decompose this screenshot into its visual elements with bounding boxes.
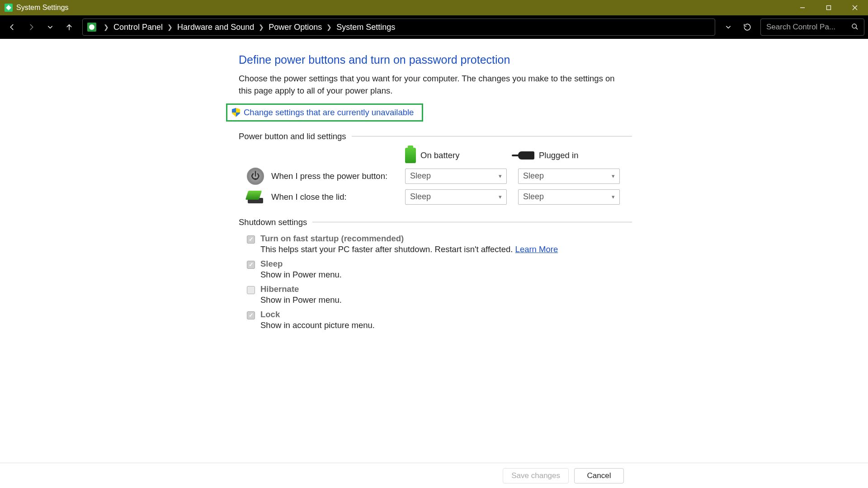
plug-icon	[518, 151, 534, 160]
power-button-on-battery-select[interactable]: Sleep ▾	[405, 169, 507, 184]
footer: Save changes Cancel	[0, 463, 868, 488]
page-description: Choose the power settings that you want …	[239, 73, 625, 97]
checkbox-fast-startup: Turn on fast startup (recommended) This …	[247, 234, 632, 254]
checkbox-title: Sleep	[260, 259, 342, 269]
content-area: Define power buttons and turn on passwor…	[0, 39, 868, 463]
checkbox-subtitle: Show in Power menu.	[260, 270, 342, 280]
column-plugged-in: Plugged in	[518, 150, 578, 160]
select-value: Sleep	[410, 171, 431, 181]
search-icon	[851, 23, 859, 32]
power-button-icon: ⏻	[247, 168, 264, 185]
breadcrumb-item[interactable]: Power Options	[269, 23, 322, 32]
chevron-down-icon: ▾	[612, 173, 615, 179]
section-label: Power button and lid settings	[239, 131, 346, 141]
recent-locations-button[interactable]	[42, 19, 59, 36]
breadcrumb-item[interactable]: System Settings	[336, 23, 395, 32]
row-label-text: When I press the power button:	[271, 171, 387, 181]
app-icon	[5, 4, 13, 12]
checkbox-lock: Lock Show in account picture menu.	[247, 310, 632, 330]
close-button[interactable]	[842, 0, 868, 15]
checkbox[interactable]	[247, 235, 255, 244]
window-title: System Settings	[16, 4, 69, 12]
page-title: Define power buttons and turn on passwor…	[239, 53, 632, 66]
checkbox-subtitle: This helps start your PC faster after sh…	[260, 244, 558, 254]
column-on-battery: On battery	[405, 148, 459, 163]
control-panel-icon	[87, 23, 96, 32]
breadcrumb-item[interactable]: Hardware and Sound	[177, 23, 254, 32]
checkbox-sleep: Sleep Show in Power menu.	[247, 259, 632, 280]
chevron-right-icon: ❯	[167, 23, 173, 31]
minimize-button[interactable]	[789, 0, 816, 15]
checkbox-title: Turn on fast startup (recommended)	[260, 234, 558, 244]
power-button-plugged-in-select[interactable]: Sleep ▾	[518, 169, 620, 184]
checkbox[interactable]	[247, 286, 255, 294]
cancel-button[interactable]: Cancel	[574, 468, 624, 483]
change-unavailable-settings-link[interactable]: Change settings that are currently unava…	[244, 108, 414, 117]
select-value: Sleep	[523, 192, 544, 202]
section-header-power-lid: Power button and lid settings	[239, 131, 632, 141]
up-button[interactable]	[61, 19, 78, 36]
chevron-down-icon: ▾	[612, 193, 615, 200]
breadcrumb-item[interactable]: Control Panel	[113, 23, 163, 32]
divider	[352, 136, 632, 136]
column-label: Plugged in	[539, 150, 578, 160]
divider	[312, 222, 632, 222]
lid-on-battery-select[interactable]: Sleep ▾	[405, 189, 507, 205]
chevron-down-icon: ▾	[499, 193, 502, 200]
section-label: Shutdown settings	[239, 217, 307, 227]
svg-point-5	[852, 24, 856, 28]
row-label-text: When I close the lid:	[271, 192, 347, 202]
address-bar[interactable]: ❯ Control Panel ❯ Hardware and Sound ❯ P…	[82, 19, 715, 36]
section-header-shutdown: Shutdown settings	[239, 217, 632, 227]
checkbox-subtitle: Show in account picture menu.	[260, 320, 375, 330]
checkbox-title: Hibernate	[260, 284, 342, 294]
address-history-button[interactable]	[720, 19, 737, 36]
svg-rect-1	[827, 6, 831, 10]
lid-icon	[247, 191, 264, 203]
chevron-right-icon: ❯	[104, 23, 109, 31]
battery-icon	[405, 148, 416, 163]
uac-link-highlight: Change settings that are currently unava…	[226, 103, 423, 122]
row-power-button: ⏻ When I press the power button:	[247, 168, 405, 185]
chevron-right-icon: ❯	[259, 23, 264, 31]
select-value: Sleep	[523, 171, 544, 181]
checkbox-hibernate: Hibernate Show in Power menu.	[247, 284, 632, 305]
search-placeholder: Search Control Pa...	[766, 23, 835, 32]
checkbox-subtitle: Show in Power menu.	[260, 295, 342, 305]
search-input[interactable]: Search Control Pa...	[760, 19, 864, 36]
column-label: On battery	[420, 150, 459, 160]
chevron-right-icon: ❯	[326, 23, 332, 31]
checkbox-subtext: This helps start your PC faster after sh…	[260, 244, 515, 254]
select-value: Sleep	[410, 192, 431, 202]
chevron-down-icon: ▾	[499, 173, 502, 179]
back-button[interactable]	[4, 19, 21, 36]
save-changes-button[interactable]: Save changes	[503, 468, 569, 483]
forward-button[interactable]	[23, 19, 40, 36]
row-close-lid: When I close the lid:	[247, 191, 405, 203]
maximize-button[interactable]	[816, 0, 842, 15]
checkbox[interactable]	[247, 261, 255, 269]
navbar: ❯ Control Panel ❯ Hardware and Sound ❯ P…	[0, 15, 868, 39]
checkbox[interactable]	[247, 311, 255, 319]
lid-plugged-in-select[interactable]: Sleep ▾	[518, 189, 620, 205]
refresh-button[interactable]	[739, 19, 756, 36]
learn-more-link[interactable]: Learn More	[515, 244, 558, 254]
checkbox-title: Lock	[260, 310, 375, 319]
svg-line-6	[856, 28, 858, 29]
shield-icon	[232, 108, 240, 117]
titlebar: System Settings	[0, 0, 868, 15]
